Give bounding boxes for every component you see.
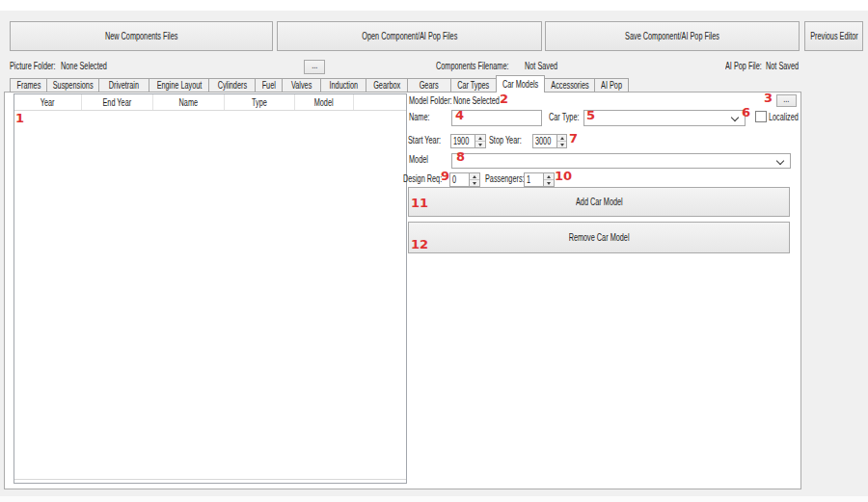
car-models-list[interactable]: Year End Year Name Type Model bbox=[14, 93, 407, 484]
annotation-7: 7 bbox=[569, 131, 578, 145]
tab-cylinders[interactable]: Cylinders bbox=[208, 78, 256, 92]
tab-induction[interactable]: Induction bbox=[320, 78, 366, 92]
list-bottom-line bbox=[14, 479, 406, 480]
up-arrow-icon bbox=[547, 175, 551, 178]
ai-pop-file-value: Not Saved bbox=[766, 61, 811, 71]
passengers-spinner[interactable]: 1 bbox=[524, 172, 555, 187]
up-arrow-icon bbox=[473, 175, 476, 178]
tab-engine-layout[interactable]: Engine Layout bbox=[149, 78, 209, 92]
annotation-11: 11 bbox=[411, 196, 428, 210]
annotation-8: 8 bbox=[456, 149, 465, 164]
name-label: Name: bbox=[409, 112, 437, 122]
annotation-1: 1 bbox=[15, 111, 24, 125]
annotation-12: 12 bbox=[411, 237, 428, 251]
annotation-10: 10 bbox=[555, 169, 572, 183]
tab-car-models[interactable]: Car Models bbox=[496, 75, 545, 92]
model-folder-browse-button[interactable]: ... bbox=[776, 94, 797, 107]
tab-accessories[interactable]: Accessories bbox=[544, 78, 595, 92]
remove-car-model-button[interactable]: Remove Car Model bbox=[408, 222, 790, 253]
tab-ai-pop[interactable]: AI Pop bbox=[594, 78, 629, 92]
car-type-combobox[interactable] bbox=[583, 110, 746, 126]
stop-year-spinner[interactable]: 3000 bbox=[532, 134, 567, 148]
column-blank[interactable] bbox=[354, 94, 406, 110]
localized-label: Localized bbox=[769, 112, 809, 122]
add-car-model-button[interactable]: Add Car Model bbox=[408, 187, 790, 217]
spinner-arrows[interactable] bbox=[469, 173, 479, 186]
annotation-3: 3 bbox=[764, 91, 773, 105]
name-input[interactable] bbox=[451, 110, 542, 126]
tab-fuel[interactable]: Fuel bbox=[255, 78, 283, 92]
components-filename-label: Components Filename: bbox=[436, 61, 535, 71]
spinner-arrows[interactable] bbox=[556, 135, 566, 147]
tab-car-types[interactable]: Car Types bbox=[450, 78, 497, 92]
column-type[interactable]: Type bbox=[225, 94, 295, 110]
chevron-down-icon bbox=[731, 114, 739, 121]
tab-drivetrain[interactable]: Drivetrain bbox=[98, 78, 149, 92]
column-year[interactable]: Year bbox=[14, 94, 82, 110]
up-arrow-icon bbox=[560, 137, 564, 140]
annotation-9: 9 bbox=[441, 169, 449, 183]
start-year-spinner[interactable]: 1900 bbox=[450, 134, 486, 148]
tab-gears[interactable]: Gears bbox=[407, 78, 451, 92]
stop-year-label: Stop Year: bbox=[489, 135, 533, 145]
annotation-5: 5 bbox=[586, 108, 595, 122]
annotation-4: 4 bbox=[455, 108, 464, 122]
new-components-files-button[interactable]: New Components Files bbox=[10, 21, 273, 51]
annotation-6: 6 bbox=[742, 105, 750, 119]
tab-suspensions[interactable]: Suspensions bbox=[46, 78, 99, 92]
annotation-2: 2 bbox=[500, 92, 508, 106]
column-name[interactable]: Name bbox=[153, 94, 225, 110]
picture-folder-value: None Selected bbox=[61, 61, 124, 71]
down-arrow-icon bbox=[560, 144, 564, 146]
components-filename-value: Not Saved bbox=[525, 61, 570, 71]
spinner-arrows[interactable] bbox=[475, 135, 485, 147]
tab-gearbox[interactable]: Gearbox bbox=[366, 78, 408, 92]
desktop-strip bbox=[0, 496, 868, 502]
down-arrow-icon bbox=[547, 182, 551, 185]
open-component-aipop-files-button[interactable]: Open Component/AI Pop Files bbox=[277, 21, 542, 51]
start-year-label: Start Year: bbox=[408, 135, 453, 145]
up-arrow-icon bbox=[478, 137, 482, 140]
tab-valves[interactable]: Valves bbox=[282, 78, 321, 92]
previous-editor-button[interactable]: Previous Editor bbox=[804, 21, 863, 51]
chevron-down-icon bbox=[776, 157, 784, 165]
down-arrow-icon bbox=[473, 182, 476, 185]
down-arrow-icon bbox=[478, 144, 482, 146]
list-header: Year End Year Name Type Model bbox=[14, 94, 406, 111]
tab-frames[interactable]: Frames bbox=[10, 78, 47, 92]
spinner-arrows[interactable] bbox=[543, 173, 554, 186]
localized-checkbox[interactable] bbox=[755, 111, 767, 122]
tab-strip: Frames Suspensions Drivetrain Engine Lay… bbox=[10, 75, 629, 92]
column-end-year[interactable]: End Year bbox=[82, 94, 153, 110]
picture-folder-browse-button[interactable]: ... bbox=[304, 60, 325, 74]
model-combobox[interactable] bbox=[451, 153, 791, 169]
model-label: Model bbox=[409, 154, 435, 165]
save-component-aipop-files-button[interactable]: Save Component/AI Pop Files bbox=[545, 21, 800, 51]
design-req-spinner[interactable]: 0 bbox=[449, 172, 480, 187]
column-model[interactable]: Model bbox=[295, 94, 354, 110]
